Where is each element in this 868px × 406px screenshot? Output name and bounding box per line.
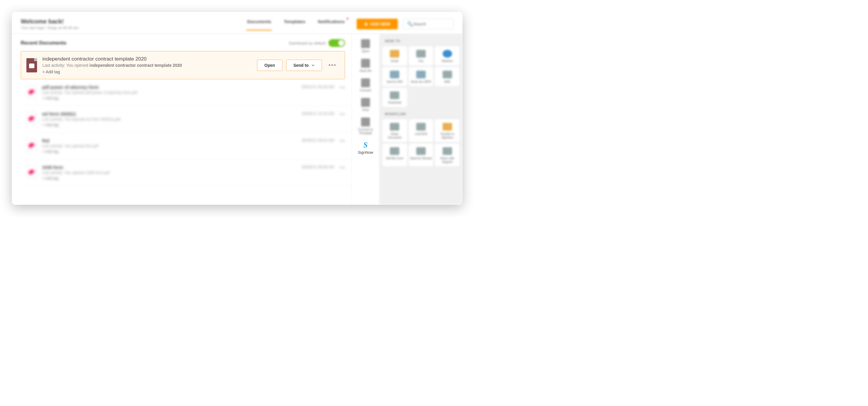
search-input[interactable] — [413, 22, 450, 26]
table-row[interactable]: fw2 Last activity: You opened fw2.pdf + … — [21, 133, 351, 160]
panel-item-email[interactable]: Email — [382, 46, 407, 65]
panel-item-share-doc[interactable]: Share Document — [382, 119, 407, 142]
document-title: fw2 — [42, 138, 302, 143]
panel-item-sell-form[interactable]: Sell My Form — [382, 144, 407, 166]
dashboard-default-label: Dashboard as default — [289, 41, 326, 46]
link-icon — [416, 123, 426, 130]
side-action-label: Convert to Template — [353, 127, 378, 135]
more-actions-button[interactable]: ••• — [326, 62, 339, 68]
add-tag-button[interactable]: + Add tag — [42, 122, 302, 127]
panel-item-label: Send via USPS — [411, 80, 431, 84]
document-activity: Last activity: You opened pdf power of a… — [42, 90, 302, 95]
workflow-grid: Share Document LinkToFill Transfer to Si… — [382, 119, 460, 166]
panel-item-label: Send for Review — [410, 157, 432, 160]
side-action-label: Print — [362, 108, 369, 112]
panel-item-sms[interactable]: SMS — [435, 67, 460, 86]
document-thumbnail-icon — [26, 138, 37, 152]
side-action-convert[interactable]: Convert — [352, 76, 379, 95]
panel-item-label: Share Document — [383, 133, 406, 140]
document-actions: Open Send to ••• — [257, 60, 339, 71]
add-tag-button[interactable]: + Add tag — [42, 96, 302, 100]
main-column: Recent Documents Dashboard as default in… — [12, 34, 351, 205]
app-window: Welcome back! Your last login: Today at … — [12, 12, 462, 205]
panel-item-send-usps[interactable]: Send via USPS — [409, 67, 433, 86]
tab-templates[interactable]: Templates — [283, 17, 306, 31]
open-button[interactable]: Open — [257, 60, 282, 71]
search-box[interactable]: 🔍 — [403, 19, 454, 29]
tab-notifications[interactable]: Notifications — [317, 17, 345, 31]
sendto-grid: Email Fax Notarize Send to IRS Send via … — [382, 46, 460, 107]
more-actions-button[interactable]: ••• — [339, 165, 345, 171]
document-date: 08/30/21 09:42 AM — [302, 138, 334, 142]
section-title: Recent Documents — [21, 40, 66, 46]
document-title: 1040 form — [42, 165, 302, 170]
panel-item-label: Transfer to SignNow — [436, 133, 458, 140]
table-row[interactable]: 1040 form Last activity: You opened 1040… — [21, 160, 351, 186]
panel-item-label: LinkToFill — [415, 133, 427, 136]
convert-icon — [361, 78, 370, 87]
document-activity: Last activity: You opened independent co… — [42, 63, 257, 68]
document-thumbnail-icon — [26, 58, 37, 72]
side-action-signnow[interactable]: S SignNow — [352, 138, 379, 157]
side-action-save-as[interactable]: Save As — [352, 56, 379, 76]
notarize-icon — [443, 50, 452, 58]
document-info: 1040 form Last activity: You opened 1040… — [42, 165, 302, 180]
header: Welcome back! Your last login: Today at … — [12, 12, 462, 34]
add-tag-button[interactable]: + Add tag — [42, 69, 257, 74]
side-action-convert-template[interactable]: Convert to Template — [352, 115, 379, 138]
chevron-down-icon — [312, 64, 314, 67]
activity-filename: independent contractor contract template… — [90, 63, 182, 68]
dashboard-toggle[interactable] — [329, 39, 345, 47]
panel-item-share-support[interactable]: Share with Support — [435, 144, 460, 166]
document-thumbnail-icon — [26, 165, 37, 178]
document-date: 08/30/21 08:06 AM — [302, 165, 334, 169]
panel-section-sendto: SEND TO — [385, 39, 457, 43]
right-panel: SEND TO Email Fax Notarize Send to IRS S… — [379, 34, 462, 205]
document-activity: Last activity: You opened fw2.pdf — [42, 144, 302, 148]
add-new-button[interactable]: ⊕ ADD NEW — [356, 19, 398, 29]
document-activity: Last activity: You opened 1040 form.pdf — [42, 170, 302, 175]
panel-item-label: Share with Support — [436, 157, 458, 164]
tab-documents[interactable]: Documents — [246, 17, 272, 31]
panel-item-notarize[interactable]: Notarize — [435, 46, 460, 65]
document-title: independent contractor contract template… — [42, 56, 257, 62]
featured-document-card[interactable]: independent contractor contract template… — [21, 51, 345, 79]
add-tag-button[interactable]: + Add tag — [42, 176, 302, 180]
side-action-print[interactable]: Print — [352, 95, 379, 115]
download-icon — [390, 91, 399, 99]
open-icon — [361, 39, 370, 48]
more-actions-button[interactable]: ••• — [339, 85, 345, 91]
side-action-label: SignNow — [358, 150, 373, 155]
panel-item-label: Notarize — [442, 59, 453, 63]
nav-tabs: Documents Templates Notifications — [246, 17, 345, 31]
table-row[interactable]: w2 form 2020(1) Last activity: You opene… — [21, 106, 351, 133]
panel-item-label: Send to IRS — [386, 80, 403, 84]
more-actions-button[interactable]: ••• — [339, 111, 345, 118]
table-row[interactable]: pdf power of attorney form Last activity… — [21, 79, 351, 106]
plus-icon: ⊕ — [364, 22, 368, 26]
send-to-button[interactable]: Send to — [286, 60, 322, 71]
side-action-label: Save As — [360, 69, 371, 72]
welcome-block: Welcome back! Your last login: Today at … — [21, 18, 79, 30]
panel-item-label: Download — [388, 101, 401, 105]
signnow-transfer-icon — [443, 123, 452, 130]
print-icon — [361, 98, 370, 107]
activity-prefix: Last activity: You opened — [42, 63, 90, 68]
more-actions-button[interactable]: ••• — [339, 138, 345, 144]
document-activity: Last activity: You opened w2 form 2020(1… — [42, 117, 302, 121]
add-tag-button[interactable]: + Add tag — [42, 149, 302, 154]
panel-item-download[interactable]: Download — [382, 88, 407, 107]
search-icon: 🔍 — [407, 21, 413, 27]
document-list: pdf power of attorney form Last activity… — [21, 79, 351, 186]
panel-item-linktofill[interactable]: LinkToFill — [409, 119, 433, 142]
panel-item-label: Sell My Form — [386, 157, 403, 160]
side-action-open[interactable]: Open — [352, 36, 379, 56]
review-icon — [416, 147, 426, 155]
panel-item-send-review[interactable]: Send for Review — [409, 144, 433, 166]
fax-icon — [416, 50, 426, 58]
panel-item-label: Email — [391, 59, 398, 63]
document-title: w2 form 2020(1) — [42, 111, 302, 116]
panel-item-transfer-signnow[interactable]: Transfer to SignNow — [435, 119, 460, 142]
panel-item-fax[interactable]: Fax — [409, 46, 433, 65]
panel-item-send-irs[interactable]: Send to IRS — [382, 67, 407, 86]
